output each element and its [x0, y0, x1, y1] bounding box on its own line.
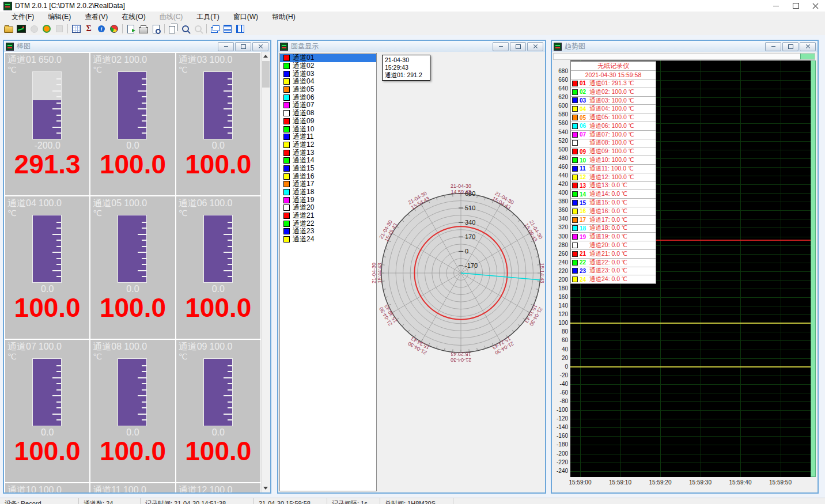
toolbar-chart-button[interactable] — [15, 23, 28, 35]
maximize-button[interactable] — [786, 0, 805, 12]
menu-item[interactable]: 工具(T) — [190, 12, 226, 22]
trend-restore-button[interactable] — [782, 42, 798, 51]
menu-item[interactable]: 曲线(C) — [153, 12, 190, 22]
gauge-current-value: 100.0 — [176, 149, 260, 180]
close-button[interactable] — [805, 0, 825, 12]
legend-channel-value: 通道14: 0.0 ℃ — [589, 190, 627, 198]
channel-color-swatch — [283, 197, 290, 203]
polar-chart[interactable]: 6805103401700-170 21-04-3014:59:4321-04-… — [363, 175, 545, 371]
toolbar-info-button[interactable] — [95, 23, 108, 35]
toolbar-stop-button[interactable] — [53, 23, 66, 35]
toolbar-open-button[interactable] — [2, 23, 15, 35]
x-axis-tick: 15:59:00 — [569, 479, 592, 486]
y-axis-tick: 680 — [558, 68, 568, 74]
trend-minimize-button[interactable] — [765, 42, 781, 51]
toolbar-zoom-out-button[interactable] — [192, 23, 205, 35]
gauge-bar — [118, 71, 147, 139]
y-axis-tick: 80 — [562, 328, 568, 335]
menu-item[interactable]: 窗口(W) — [226, 12, 265, 22]
menu-bar: 文件(F)编辑(E)查看(V)在线(O)曲线(C)工具(T)窗口(W)帮助(H) — [0, 12, 825, 22]
gauge-current-value: 100.0 — [5, 435, 89, 467]
toolbar-pie-button[interactable] — [108, 23, 120, 35]
disk-restore-button[interactable] — [510, 42, 526, 51]
toolbar-sum-button[interactable] — [82, 23, 95, 35]
y-axis-tick: 260 — [558, 251, 568, 257]
legend-color-swatch — [572, 183, 578, 188]
trend-horizontal-scrollbar[interactable] — [553, 53, 815, 60]
toolbar-copy-button[interactable] — [166, 23, 179, 35]
toolbar-tile-vertical-button[interactable] — [234, 23, 247, 35]
y-axis-tick: 420 — [558, 181, 568, 187]
app-icon — [3, 2, 12, 10]
legend-color-swatch — [572, 209, 578, 214]
y-axis-tick: 300 — [558, 233, 568, 240]
bar-minimize-button[interactable] — [218, 42, 234, 51]
y-axis-tick: -40 — [560, 381, 568, 387]
menu-item[interactable]: 在线(O) — [115, 12, 152, 22]
disk-display-area: 通道01通道02通道03通道04通道05通道06通道07通道08通道09通道10… — [278, 52, 545, 492]
gauge-current-value: 100.0 — [176, 435, 260, 467]
scroll-up-icon[interactable] — [263, 55, 268, 58]
legend-channel-number: 07 — [580, 131, 589, 138]
table-icon — [72, 25, 81, 33]
legend-channel-number: 17 — [580, 217, 589, 223]
trend-vertical-scrollbar[interactable] — [811, 60, 816, 477]
menu-item[interactable]: 帮助(H) — [265, 12, 302, 22]
trend-y-axis: 6806606406206005805605405205004804604404… — [552, 60, 569, 477]
y-axis-tick: 500 — [558, 146, 568, 153]
disk-minimize-button[interactable] — [493, 42, 509, 51]
trend-chart-window: 趋势图 680660640620600580560540520500480460… — [551, 40, 819, 494]
scroll-down-icon[interactable] — [263, 487, 268, 490]
gauge-bar — [203, 358, 233, 426]
bar-restore-button[interactable] — [235, 42, 251, 51]
legend-row: 24通道24: 0.0 ℃ — [571, 275, 656, 283]
trend-window-title: 趋势图 — [565, 41, 585, 51]
legend-channel-number: 09 — [580, 149, 589, 155]
trend-close-button[interactable] — [800, 42, 816, 51]
title-bar: DTM 2.0.1 [C:\DTM 2.0.2\RealData] — [0, 0, 825, 12]
gauge-max-value: 100.0 — [209, 198, 232, 209]
disk-window-icon — [280, 43, 288, 51]
toolbar-table-button[interactable] — [70, 23, 82, 35]
legend-color-swatch — [572, 123, 578, 129]
menu-item[interactable]: 文件(F) — [5, 12, 41, 22]
y-axis-tick: -100 — [557, 407, 568, 413]
toolbar-print-button[interactable] — [137, 23, 150, 35]
channel-color-swatch — [283, 204, 290, 211]
trend-window-titlebar[interactable]: 趋势图 — [552, 41, 818, 52]
gauge-channel-name: 通道10 — [7, 485, 36, 492]
channel-color-swatch — [283, 165, 290, 172]
channel-list-item[interactable]: 通道24 — [280, 236, 376, 244]
bar-window-titlebar[interactable]: 棒图 — [4, 41, 270, 52]
toolbar-zoom-in-button[interactable] — [179, 23, 192, 35]
y-axis-tick: 380 — [558, 198, 568, 204]
toolbar-export-button[interactable] — [124, 23, 137, 35]
trend-hscroll-thumb[interactable] — [800, 54, 815, 59]
legend-channel-value: 通道24: 0.0 ℃ — [589, 275, 627, 283]
menu-item[interactable]: 查看(V) — [78, 12, 115, 22]
legend-channel-value: 通道09: 100.0 ℃ — [589, 147, 634, 156]
toolbar-preview-button[interactable] — [150, 23, 162, 35]
toolbar-cascade-button[interactable] — [209, 23, 221, 35]
bar-close-button[interactable] — [252, 42, 268, 51]
channel-color-swatch — [283, 236, 290, 242]
y-axis-tick: 480 — [558, 155, 568, 161]
y-axis-tick: 360 — [558, 207, 568, 213]
scroll-thumb[interactable] — [262, 61, 270, 88]
legend-channel-number: 19 — [580, 234, 589, 240]
y-axis-tick: 100 — [558, 320, 568, 326]
legend-channel-number: 21 — [580, 251, 589, 257]
disk-close-button[interactable] — [527, 42, 543, 51]
gauge-bar — [203, 215, 233, 283]
legend-color-swatch — [572, 157, 578, 163]
disk-window-titlebar[interactable]: 圆盘显示 — [278, 41, 545, 52]
bar-vertical-scrollbar[interactable] — [261, 52, 270, 492]
toolbar-record-button[interactable] — [40, 23, 53, 35]
minimize-button[interactable] — [766, 0, 786, 12]
legend-channel-number: 13 — [580, 183, 589, 189]
toolbar-record-idle-button[interactable] — [28, 23, 40, 35]
y-axis-tick: -120 — [557, 415, 568, 422]
menu-item[interactable]: 编辑(E) — [41, 12, 78, 22]
legend-channel-number: 20 — [580, 242, 589, 249]
toolbar-tile-horizontal-button[interactable] — [221, 23, 234, 35]
